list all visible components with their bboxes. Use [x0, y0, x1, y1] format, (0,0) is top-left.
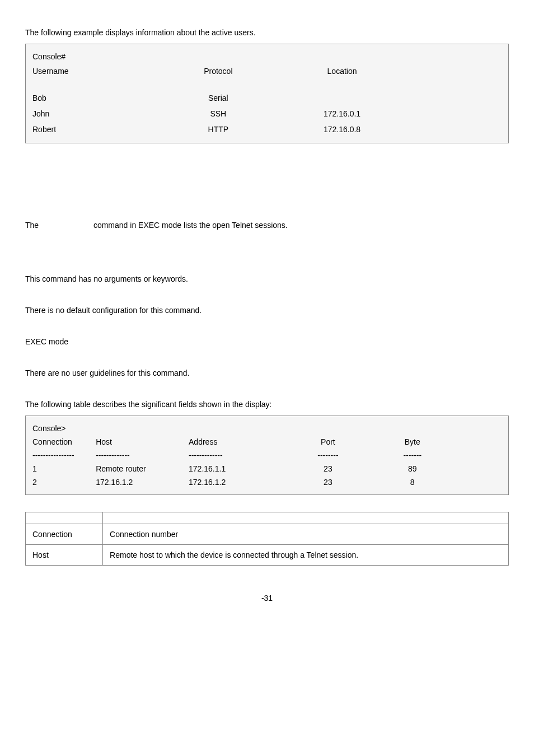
cell-address: 172.16.1.1 — [189, 464, 285, 473]
col-byte-header: Byte — [370, 437, 455, 446]
console2-row: 1 Remote router 172.16.1.1 23 89 — [32, 462, 455, 475]
col-host-header: Host — [96, 437, 189, 446]
page-number: -31 — [25, 594, 509, 603]
cell-username: John — [32, 109, 156, 118]
cell-byte: 89 — [370, 464, 455, 473]
console2-prompt: Console> — [32, 422, 502, 435]
console2-separator-row: ---------------- ------------- ---------… — [32, 449, 455, 462]
field-desc: Connection number — [103, 524, 509, 545]
col-address-header: Address — [189, 437, 285, 446]
field-name: Connection — [26, 524, 103, 545]
cell-byte: 8 — [370, 478, 455, 487]
console-output-2: Console> Connection Host Address Port By… — [25, 416, 509, 495]
console1-header-row: Username Protocol Location — [32, 63, 407, 79]
col-location-header: Location — [280, 67, 404, 76]
sep: -------- — [285, 451, 370, 460]
cell-protocol: HTTP — [156, 125, 280, 134]
cell-address: 172.16.1.2 — [189, 478, 285, 487]
table-row: Host Remote host to which the device is … — [26, 545, 509, 566]
cell-connection: 1 — [32, 464, 96, 473]
table-row — [26, 512, 509, 524]
cell-protocol: Serial — [156, 94, 280, 102]
sep: ------- — [370, 451, 455, 460]
cell-host: Remote router — [96, 464, 189, 473]
cell-host: 172.16.1.2 — [96, 478, 189, 487]
desc-rest: command in EXEC mode lists the open Teln… — [93, 221, 288, 230]
col-port-header: Port — [285, 437, 370, 446]
guidelines-body: There are no user guidelines for this co… — [25, 368, 509, 377]
sep: ------------- — [96, 451, 189, 460]
console-prompt: Console# — [32, 50, 502, 63]
mode-body: EXEC mode — [25, 337, 509, 346]
console1-row: Bob Serial — [32, 90, 407, 106]
sep: ---------------- — [32, 451, 96, 460]
console1-row: Robert HTTP 172.16.0.8 — [32, 122, 407, 137]
cell-port: 23 — [285, 478, 370, 487]
cell-protocol: SSH — [156, 109, 280, 118]
field-desc: Remote host to which the device is conne… — [103, 545, 509, 566]
fields-header-left — [26, 512, 103, 524]
cell-username: Robert — [32, 125, 156, 134]
fields-header-right — [103, 512, 509, 524]
col-connection-header: Connection — [32, 437, 96, 446]
desc-the: The — [25, 221, 39, 230]
field-name: Host — [26, 545, 103, 566]
cell-username: Bob — [32, 94, 156, 102]
console1-row: John SSH 172.16.0.1 — [32, 106, 407, 122]
syntax-body: This command has no arguments or keyword… — [25, 274, 509, 283]
col-protocol-header: Protocol — [156, 67, 280, 76]
console2-header-row: Connection Host Address Port Byte — [32, 435, 455, 449]
cell-port: 23 — [285, 464, 370, 473]
command-description: The command in EXEC mode lists the open … — [25, 221, 509, 230]
cell-location: 172.16.0.1 — [280, 109, 404, 118]
col-username-header: Username — [32, 67, 156, 76]
default-body: There is no default configuration for th… — [25, 306, 509, 315]
table-row: Connection Connection number — [26, 524, 509, 545]
cell-connection: 2 — [32, 478, 96, 487]
intro-text-1: The following example displays informati… — [25, 28, 509, 37]
fields-table: Connection Connection number Host Remote… — [25, 512, 509, 566]
cell-location: 172.16.0.8 — [280, 125, 404, 134]
cell-location — [280, 94, 404, 102]
console-output-1: Console# Username Protocol Location Bob … — [25, 44, 509, 143]
sep: ------------- — [189, 451, 285, 460]
console2-row: 2 172.16.1.2 172.16.1.2 23 8 — [32, 475, 455, 489]
intro-text-2: The following table describes the signif… — [25, 400, 509, 409]
